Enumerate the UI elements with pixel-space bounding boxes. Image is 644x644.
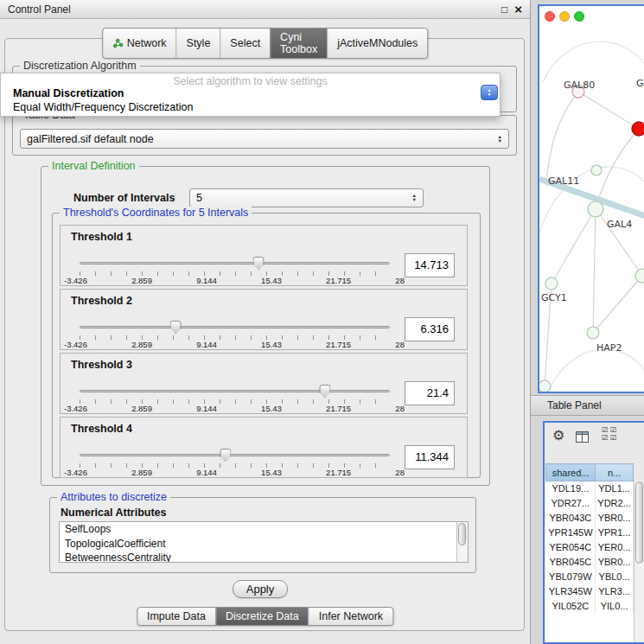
network-node[interactable] — [588, 201, 603, 217]
titlebar[interactable]: Control Panel □ × — [0, 0, 530, 19]
slider-thumb[interactable] — [170, 321, 182, 334]
cell-shared-name[interactable]: YIL052C — [546, 599, 596, 614]
apply-button[interactable]: Apply — [233, 580, 288, 598]
group-label: Attributes to discretize — [57, 491, 170, 503]
network-view-window[interactable]: GAL80 GAL11 GAL4 GCY1 HAP2 GA — [538, 4, 644, 393]
table-row[interactable]: YER054C YER0... — [546, 540, 634, 555]
slider-track[interactable] — [80, 326, 390, 328]
selected-table-data: galFiltered.sif default node — [27, 133, 154, 145]
column-header-shared-name[interactable]: shared... — [546, 464, 596, 481]
slider-thumb[interactable] — [253, 257, 265, 270]
threshold-slider[interactable] — [80, 385, 390, 399]
network-node[interactable] — [539, 380, 551, 392]
cell-shared-name[interactable]: YDL19... — [546, 481, 596, 496]
tab-label: Style — [187, 37, 211, 49]
list-item[interactable]: TopologicalCoefficient — [60, 537, 468, 552]
cell-shared-name[interactable]: YPR145W — [546, 526, 596, 540]
threshold-value-field[interactable]: 14.713 — [405, 253, 455, 277]
table-row[interactable]: YIL052C YIL0... — [546, 599, 634, 614]
cell-name[interactable]: YBR0... — [596, 555, 634, 570]
cell-shared-name[interactable]: YER054C — [546, 540, 596, 555]
table-row[interactable]: YDR27... YDR2... — [546, 496, 634, 511]
network-canvas[interactable]: GAL80 GAL11 GAL4 GCY1 HAP2 GA — [539, 6, 644, 393]
threshold-slider[interactable] — [80, 321, 390, 335]
tab-jactivemnodules[interactable]: jActiveMNodules — [327, 29, 427, 58]
table-scrollbar[interactable] — [634, 481, 644, 641]
slider-thumb[interactable] — [319, 385, 330, 398]
dropdown-option-equal-width-frequency[interactable]: Equal Width/Frequency Discretization — [1, 100, 500, 114]
tab-infer-network[interactable]: Infer Network — [309, 608, 392, 625]
numerical-attributes-list[interactable]: SelfLoopsTopologicalCoefficientBetweenne… — [59, 521, 469, 563]
close-window-icon[interactable]: × — [514, 4, 522, 15]
cell-shared-name[interactable]: YDR27... — [546, 496, 596, 511]
list-scrollbar[interactable] — [456, 522, 468, 562]
tab-style[interactable]: Style — [176, 29, 220, 58]
arrow-down-icon: ▼ — [488, 92, 492, 97]
minimize-traffic-light-icon[interactable] — [559, 11, 570, 22]
threshold-panel: Threshold 1 -3.4262.8599.14415.4321.7152… — [60, 225, 468, 286]
network-node[interactable] — [545, 277, 558, 290]
network-node[interactable] — [591, 165, 602, 175]
threshold-slider[interactable] — [80, 449, 390, 462]
table-body: YDL19... YDL1... YDR27... YDR2... YBR043… — [546, 481, 634, 614]
slider-track[interactable] — [80, 262, 390, 265]
cell-name[interactable]: YBL0... — [596, 570, 634, 584]
list-item[interactable]: SelfLoops — [60, 522, 468, 537]
threshold-slider[interactable] — [80, 257, 390, 271]
cell-name[interactable]: YLR3... — [596, 584, 634, 599]
attributes-to-discretize-group: Attributes to discretize Numerical Attri… — [49, 497, 476, 573]
table-data-select[interactable]: galFiltered.sif default node ▲ ▼ — [20, 129, 509, 149]
cell-name[interactable]: YIL0... — [596, 599, 634, 614]
table-data-group: Table Data galFiltered.sif default node … — [12, 115, 517, 156]
dropdown-option-manual-discretization[interactable]: Manual Discretization — [1, 86, 500, 100]
tab-discretize-data[interactable]: Discretize Data — [215, 608, 309, 625]
group-label: Interval Definition — [48, 160, 139, 172]
table-row[interactable]: YBR043C YBR0... — [546, 511, 634, 526]
network-edge — [546, 349, 644, 393]
slider-track[interactable] — [80, 390, 390, 392]
slider-track[interactable] — [80, 454, 390, 456]
cell-shared-name[interactable]: YLR345W — [546, 584, 596, 599]
combo-arrows-icon: ▲ ▼ — [412, 194, 417, 202]
tab-impute-data[interactable]: Impute Data — [137, 608, 215, 625]
columns-icon[interactable] — [576, 430, 589, 446]
table-row[interactable]: YDL19... YDL1... — [546, 481, 634, 496]
tick-label: 15.43 — [261, 276, 282, 285]
tab-cyni-toolbox[interactable]: Cyni Toolbox — [270, 29, 327, 58]
list-item[interactable]: BetweennessCentrality — [60, 551, 468, 563]
threshold-value-field[interactable]: 6.316 — [405, 317, 455, 341]
tab-network[interactable]: Network — [103, 29, 176, 58]
cell-shared-name[interactable]: YBR043C — [546, 511, 596, 526]
tick-label: 9.144 — [196, 468, 217, 477]
scrollbar-thumb[interactable] — [458, 523, 466, 545]
table-row[interactable]: YPR145W YPR1... — [546, 526, 634, 540]
cell-shared-name[interactable]: YBR045C — [546, 555, 596, 570]
cell-name[interactable]: YDL1... — [596, 481, 634, 496]
gear-icon[interactable]: ⚙ — [552, 427, 564, 443]
slider-thumb[interactable] — [220, 449, 231, 462]
number-of-intervals-select[interactable]: 5 ▲ ▼ — [189, 188, 424, 207]
close-traffic-light-icon[interactable] — [545, 11, 555, 22]
column-header-name[interactable]: n... — [596, 464, 634, 481]
combo-arrows-icon: ▲ ▼ — [498, 135, 502, 143]
cell-name[interactable]: YBR0... — [596, 511, 634, 526]
tab-select[interactable]: Select — [220, 29, 270, 58]
combo-arrows-button[interactable]: ▲ ▼ — [481, 85, 498, 100]
cell-shared-name[interactable]: YBL079W — [546, 570, 596, 584]
float-window-icon[interactable]: □ — [501, 3, 507, 16]
network-node[interactable] — [635, 269, 644, 283]
scrollbar-thumb[interactable] — [635, 481, 643, 564]
select-columns-icon[interactable]: ☑ ☑ ☑ ☑ — [602, 426, 619, 442]
table-row[interactable]: YBL079W YBL0... — [546, 570, 634, 584]
threshold-value-field[interactable]: 11.344 — [405, 445, 455, 469]
cell-name[interactable]: YDR2... — [596, 496, 634, 511]
network-node[interactable] — [587, 327, 599, 339]
threshold-value-field[interactable]: 21.4 — [405, 381, 455, 405]
cell-name[interactable]: YPR1... — [596, 526, 634, 540]
zoom-traffic-light-icon[interactable] — [574, 11, 584, 22]
table-row[interactable]: YLR345W YLR3... — [546, 584, 634, 599]
table-row[interactable]: YBR045C YBR0... — [546, 555, 634, 570]
cell-name[interactable]: YER0... — [596, 540, 634, 555]
table-panel-header[interactable]: Table Panel — [531, 395, 644, 416]
network-node-selected[interactable] — [632, 122, 644, 136]
